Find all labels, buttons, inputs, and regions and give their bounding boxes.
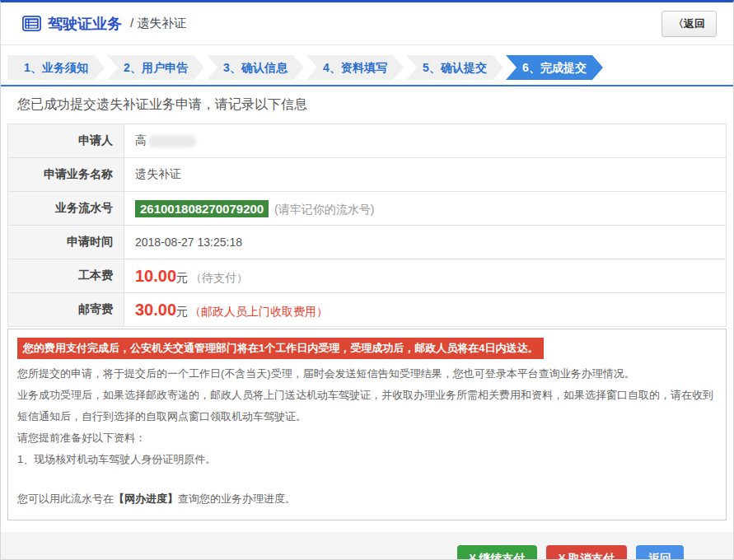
step-tab-3: 3、确认信息: [207, 55, 304, 80]
page-header: 驾驶证业务 / 遗失补证 〈返回: [1, 2, 733, 45]
row-label: 业务流水号: [8, 192, 124, 226]
license-list-icon: [22, 16, 41, 31]
back-button-bottom[interactable]: 返回: [636, 545, 684, 560]
step-tab-6: 6、完成提交: [506, 55, 603, 80]
notice-paragraph: 1、现场核对机动车驾驶人身份证明原件。: [17, 449, 717, 470]
table-row-production-fee: 工本费 10.00元（待支付）: [8, 259, 727, 293]
step-tab-2: 2、用户申告: [107, 55, 204, 80]
serial-number-note: (请牢记你的流水号): [274, 203, 374, 216]
wizard-steps: 1、业务须知 2、用户申告 3、确认信息 4、资料填写 5、确认提交 6、完成提…: [1, 45, 733, 86]
redacted-name-blur: [148, 135, 196, 147]
success-message: 您已成功提交遗失补证业务申请，请记录以下信息: [17, 96, 727, 114]
progress-menu-ref: 【网办进度】: [114, 492, 178, 505]
step-tab-4: 4、资料填写: [306, 55, 404, 80]
postage-fee-note: （邮政人员上门收取费用）: [189, 305, 328, 318]
breadcrumb-current: / 遗失补证: [130, 16, 186, 31]
step-tab-5: 5、确认提交: [406, 55, 503, 80]
business-name-value: 遗失补证: [124, 158, 727, 192]
table-row-business-name: 申请业务名称 遗失补证: [8, 158, 727, 192]
table-row-serial-number: 业务流水号 261001808270079200 (请牢记你的流水号): [8, 192, 727, 226]
notice-paragraph: 业务成功受理后，如果选择邮政寄递的，邮政人员将上门送达机动车驾驶证，并收取办理业…: [17, 385, 717, 427]
apply-time-value: 2018-08-27 13:25:18: [124, 226, 727, 259]
table-row-postage-fee: 邮寄费 30.00元（邮政人员上门收取费用）: [8, 293, 727, 327]
table-row-applicant: 申请人 高: [8, 124, 727, 158]
page-container: 驾驶证业务 / 遗失补证 〈返回 1、业务须知 2、用户申告 3、确认信息 4、…: [0, 0, 734, 560]
postage-fee-amount: 30.00: [135, 301, 176, 319]
back-button-top[interactable]: 〈返回: [662, 11, 717, 37]
row-label: 工本费: [8, 259, 124, 293]
progress-hint: 您可以用此流水号在【网办进度】查询您的业务办理进度。: [17, 488, 717, 510]
production-fee-amount: 10.00: [135, 267, 176, 285]
row-label: 邮寄费: [8, 293, 124, 327]
row-label: 申请时间: [8, 226, 124, 259]
continue-payment-button[interactable]: ¥ 继续支付: [457, 545, 538, 560]
main-content: 您已成功提交遗失补证业务申请，请记录以下信息 申请人 高 申请业务名称 遗失补证…: [1, 96, 733, 520]
serial-number-badge: 261001808270079200: [135, 200, 269, 217]
row-label: 申请人: [8, 124, 124, 158]
production-fee-note: （待支付）: [190, 271, 248, 284]
payment-alert-banner: 您的费用支付完成后，公安机关交通管理部门将在1个工作日内受理，受理成功后，邮政人…: [17, 338, 544, 359]
step-tab-1: 1、业务须知: [7, 55, 105, 80]
applicant-name: 高: [135, 133, 147, 147]
notice-box: 您的费用支付完成后，公安机关交通管理部门将在1个工作日内受理，受理成功后，邮政人…: [7, 329, 727, 520]
cancel-payment-button[interactable]: ¥ 取消支付: [546, 545, 627, 560]
row-label: 申请业务名称: [8, 158, 124, 192]
application-info-table: 申请人 高 申请业务名称 遗失补证 业务流水号 2610018082700792…: [7, 124, 727, 327]
page-title: 驾驶证业务: [48, 14, 122, 34]
notice-paragraph: 请您提前准备好以下资料：: [17, 427, 717, 449]
notice-paragraph: 您所提交的申请，将于提交后的一个工作日(不含当天)受理，届时会发送短信告知受理结…: [17, 363, 717, 385]
action-bar: ¥ 继续支付 ¥ 取消支付 返回: [1, 532, 733, 560]
table-row-apply-time: 申请时间 2018-08-27 13:25:18: [8, 226, 727, 259]
breadcrumb: 驾驶证业务 / 遗失补证: [22, 14, 186, 34]
